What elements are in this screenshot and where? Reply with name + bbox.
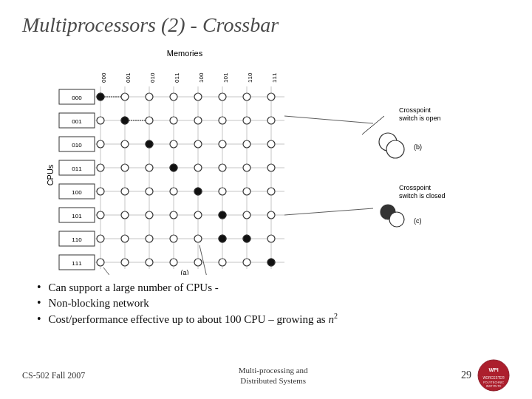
svg-line-134 (103, 267, 111, 275)
svg-text:011: 011 (174, 72, 180, 83)
svg-point-43 (170, 93, 177, 100)
footer: CS-502 Fall 2007 Multi-processing and Di… (0, 359, 532, 392)
svg-point-46 (243, 93, 250, 100)
svg-point-72 (97, 188, 104, 195)
svg-text:100: 100 (72, 189, 82, 196)
svg-point-97 (121, 259, 129, 266)
svg-point-90 (146, 235, 153, 242)
svg-point-88 (97, 235, 104, 242)
svg-point-118 (386, 140, 404, 158)
bullet-text-3-prefix: Cost/performance effective up to about 1… (49, 313, 329, 325)
svg-point-71 (267, 164, 275, 171)
svg-point-96 (97, 259, 104, 266)
bullet-item-1: • Can support a large number of CPUs - (37, 281, 510, 294)
svg-text:INSTITUTE: INSTITUTE (486, 384, 502, 388)
svg-point-105 (121, 117, 129, 124)
svg-point-69 (219, 164, 226, 171)
bullet-dot-2: • (37, 296, 41, 310)
svg-text:011: 011 (72, 166, 82, 172)
svg-line-116 (362, 116, 384, 134)
svg-point-95 (267, 235, 275, 242)
svg-point-65 (121, 164, 129, 171)
svg-text:Crosspoint: Crosspoint (399, 184, 432, 191)
svg-line-126 (284, 208, 373, 215)
n-superscript: 2 (334, 312, 338, 320)
svg-text:100: 100 (198, 72, 205, 83)
bullet-text-3: Cost/performance effective up to about 1… (49, 312, 338, 326)
svg-point-54 (243, 117, 250, 124)
svg-point-109 (219, 211, 226, 219)
bullet-dot-3: • (37, 313, 41, 326)
svg-point-42 (146, 93, 153, 100)
slide-title: Multiprocessors (2) - Crossbar (22, 13, 510, 37)
cpus-label: CPUs (46, 164, 55, 185)
bullet-item-2: • Non-blocking network (37, 296, 510, 310)
svg-point-53 (219, 117, 226, 124)
svg-point-47 (267, 93, 275, 100)
svg-text:010: 010 (72, 142, 82, 149)
svg-point-56 (97, 140, 104, 148)
svg-point-74 (146, 188, 153, 195)
svg-text:000: 000 (100, 72, 107, 83)
svg-point-106 (146, 140, 153, 148)
svg-point-78 (243, 188, 250, 195)
svg-text:111: 111 (72, 260, 82, 267)
footer-course: CS-502 Fall 2007 (22, 370, 85, 381)
svg-point-45 (219, 93, 226, 100)
svg-point-98 (146, 259, 153, 266)
page-number: 29 (461, 369, 471, 381)
svg-point-123 (389, 212, 404, 227)
svg-point-48 (97, 117, 104, 124)
svg-point-68 (194, 164, 202, 171)
svg-point-60 (194, 140, 202, 148)
bullet-item-3: • Cost/performance effective up to about… (37, 312, 510, 326)
svg-point-50 (146, 117, 153, 124)
bullet-text-2: Non-blocking network (49, 297, 149, 310)
svg-point-81 (121, 211, 129, 219)
bullet-dot-1: • (37, 281, 41, 294)
svg-point-57 (121, 140, 129, 148)
svg-point-62 (243, 140, 250, 148)
diagram-area: Memories 000 001 010 011 100 101 110 111… (22, 46, 510, 275)
svg-point-91 (170, 235, 177, 242)
svg-point-92 (194, 235, 202, 242)
svg-text:WPI: WPI (488, 367, 498, 372)
svg-point-77 (219, 188, 226, 195)
svg-text:switch is open: switch is open (399, 115, 441, 122)
svg-point-112 (267, 259, 275, 266)
svg-text:111: 111 (271, 72, 278, 83)
footer-center-line2: Distributed Systems (239, 375, 308, 386)
svg-line-125 (284, 116, 373, 123)
svg-point-64 (97, 164, 104, 171)
svg-text:001: 001 (125, 72, 132, 83)
svg-point-75 (170, 188, 177, 195)
svg-point-52 (194, 117, 202, 124)
svg-point-44 (194, 93, 202, 100)
slide-container: Multiprocessors (2) - Crossbar Memories … (0, 0, 532, 399)
svg-point-102 (243, 259, 250, 266)
svg-text:000: 000 (72, 95, 82, 101)
footer-center: Multi-processing and Distributed Systems (239, 365, 308, 386)
svg-text:(c): (c) (414, 217, 422, 225)
svg-point-84 (194, 211, 202, 219)
svg-point-99 (170, 259, 177, 266)
bullet-text-1: Can support a large number of CPUs - (49, 282, 219, 294)
svg-text:switch is closed: switch is closed (399, 192, 446, 200)
svg-point-107 (170, 164, 177, 171)
svg-point-66 (146, 164, 153, 171)
svg-point-101 (219, 259, 226, 266)
svg-point-108 (194, 188, 202, 195)
svg-point-41 (121, 93, 129, 100)
footer-right: 29 WPI WORCESTER POLYTECHNIC INSTITUTE (461, 359, 510, 392)
svg-point-83 (170, 211, 177, 219)
svg-point-89 (121, 235, 129, 242)
n-variable: n (328, 313, 334, 325)
crossbar-diagram: Memories 000 001 010 011 100 101 110 111… (37, 46, 495, 275)
svg-text:010: 010 (149, 72, 156, 83)
svg-text:101: 101 (222, 72, 229, 83)
footer-center-line1: Multi-processing and (239, 365, 308, 375)
svg-point-100 (194, 259, 202, 266)
wpi-logo: WPI WORCESTER POLYTECHNIC INSTITUTE (477, 359, 510, 392)
svg-text:101: 101 (72, 213, 82, 219)
memories-label: Memories (167, 49, 203, 58)
